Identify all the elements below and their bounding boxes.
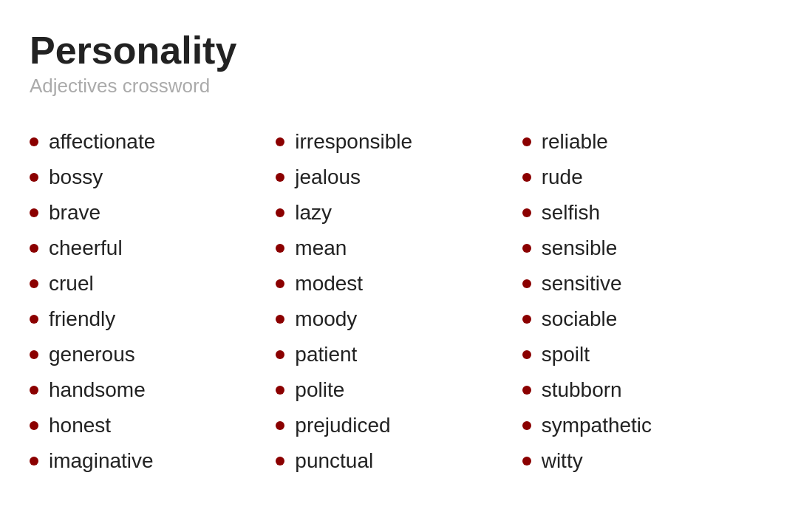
list-item: lazy: [276, 195, 522, 231]
bullet-icon: [522, 279, 531, 288]
word-label: handsome: [49, 378, 146, 402]
list-item: sympathetic: [522, 408, 768, 443]
list-item: moody: [276, 301, 522, 337]
bullet-icon: [522, 173, 531, 182]
word-label: punctual: [295, 449, 373, 473]
word-label: generous: [49, 343, 135, 366]
list-item: sensible: [522, 231, 768, 266]
word-label: moody: [295, 307, 357, 331]
word-label: mean: [295, 236, 347, 260]
bullet-icon: [276, 208, 284, 217]
list-item: generous: [30, 337, 276, 372]
word-label: jealous: [295, 166, 361, 189]
list-item: reliable: [522, 124, 768, 160]
bullet-icon: [522, 244, 531, 253]
bullet-icon: [30, 173, 38, 182]
word-label: brave: [49, 201, 100, 225]
word-label: friendly: [49, 307, 115, 331]
list-item: polite: [276, 372, 522, 408]
bullet-icon: [30, 279, 38, 288]
word-label: patient: [295, 343, 357, 366]
word-label: spoilt: [542, 343, 590, 366]
page-subtitle: Adjectives crossword: [30, 75, 768, 98]
page-title: Personality: [30, 30, 768, 72]
word-label: witty: [542, 449, 583, 473]
word-label: modest: [295, 272, 363, 296]
bullet-icon: [522, 315, 531, 324]
list-item: prejudiced: [276, 408, 522, 443]
list-item: modest: [276, 266, 522, 301]
list-item: rude: [522, 160, 768, 195]
list-item: spoilt: [522, 337, 768, 372]
list-item: honest: [30, 408, 276, 443]
list-item: cheerful: [30, 231, 276, 266]
word-label: imaginative: [49, 449, 154, 473]
list-item: patient: [276, 337, 522, 372]
bullet-icon: [276, 315, 284, 324]
list-item: witty: [522, 443, 768, 479]
bullet-icon: [276, 457, 284, 466]
bullet-icon: [30, 457, 38, 466]
word-column-3: reliablerudeselfishsensiblesensitivesoci…: [522, 124, 768, 479]
list-item: handsome: [30, 372, 276, 408]
word-label: prejudiced: [295, 414, 390, 437]
bullet-icon: [30, 137, 38, 146]
list-item: jealous: [276, 160, 522, 195]
word-label: stubborn: [542, 378, 622, 402]
word-label: affectionate: [49, 130, 155, 154]
word-label: selfish: [542, 201, 600, 225]
bullet-icon: [276, 173, 284, 182]
bullet-icon: [276, 244, 284, 253]
bullet-icon: [30, 244, 38, 253]
bullet-icon: [30, 386, 38, 395]
word-label: reliable: [542, 130, 608, 154]
list-item: imaginative: [30, 443, 276, 479]
bullet-icon: [30, 350, 38, 359]
word-label: bossy: [49, 166, 103, 189]
list-item: mean: [276, 231, 522, 266]
bullet-icon: [522, 386, 531, 395]
word-label: rude: [542, 166, 583, 189]
bullet-icon: [276, 386, 284, 395]
word-label: sociable: [542, 307, 618, 331]
list-item: irresponsible: [276, 124, 522, 160]
bullet-icon: [276, 279, 284, 288]
word-list-container: affectionatebossybravecheerfulcruelfrien…: [30, 124, 768, 479]
word-label: sensible: [542, 236, 618, 260]
word-label: irresponsible: [295, 130, 412, 154]
word-column-1: affectionatebossybravecheerfulcruelfrien…: [30, 124, 276, 479]
list-item: selfish: [522, 195, 768, 231]
bullet-icon: [30, 315, 38, 324]
word-label: sympathetic: [542, 414, 652, 437]
list-item: sensitive: [522, 266, 768, 301]
bullet-icon: [276, 421, 284, 430]
word-label: cheerful: [49, 236, 123, 260]
list-item: friendly: [30, 301, 276, 337]
bullet-icon: [276, 350, 284, 359]
bullet-icon: [276, 137, 284, 146]
list-item: bossy: [30, 160, 276, 195]
bullet-icon: [522, 421, 531, 430]
list-item: affectionate: [30, 124, 276, 160]
word-label: sensitive: [542, 272, 622, 296]
word-label: lazy: [295, 201, 332, 225]
bullet-icon: [30, 208, 38, 217]
list-item: brave: [30, 195, 276, 231]
word-column-2: irresponsiblejealouslazymeanmodestmoodyp…: [276, 124, 522, 479]
bullet-icon: [30, 421, 38, 430]
word-label: cruel: [49, 272, 94, 296]
word-label: honest: [49, 414, 111, 437]
list-item: punctual: [276, 443, 522, 479]
bullet-icon: [522, 208, 531, 217]
list-item: stubborn: [522, 372, 768, 408]
list-item: cruel: [30, 266, 276, 301]
list-item: sociable: [522, 301, 768, 337]
bullet-icon: [522, 457, 531, 466]
bullet-icon: [522, 350, 531, 359]
bullet-icon: [522, 137, 531, 146]
word-label: polite: [295, 378, 344, 402]
